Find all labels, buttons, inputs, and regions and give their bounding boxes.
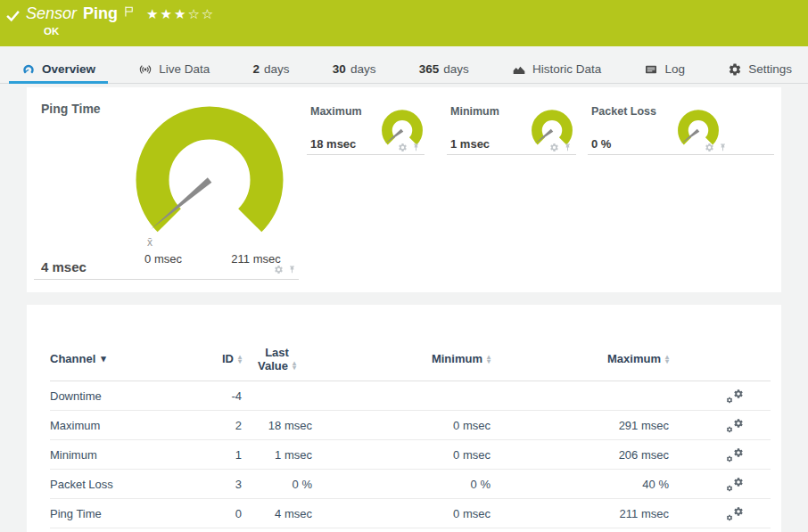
gauge-scale-min: 0 msec [144,252,182,266]
tab-historic-data-label: Historic Data [532,62,601,76]
gauge-scale-max: 211 msec [231,252,281,266]
channel-id: 0 [215,507,242,520]
channel-last-value: 4 msec [242,507,312,520]
table-row-downtime: Downtime -4 [50,381,771,411]
channel-id: 3 [215,478,242,491]
gear-icon [728,62,742,77]
tab-overview-label: Overview [42,62,95,76]
gauges-panel: Ping Time x̄ 0 msec 211 msec 4 msec Maxi… [27,87,781,292]
channel-last-value: 18 msec [242,419,312,432]
tab-settings-label: Settings [748,62,792,76]
object-kind-label: Sensor [26,4,77,23]
channel-maximum: 40 % [491,478,669,491]
stars-empty: ☆☆ [187,6,215,21]
channels-table-panel: Channel ▾ ID ▴▾ Last Value ▴▾ Minimum ▴▾… [27,305,781,532]
sort-arrows-icon: ▴▾ [293,361,296,370]
sensor-status-bar: Sensor Ping ★★★☆☆ OK [0,0,808,46]
gauge-title: Ping Time [41,102,101,116]
sort-caret-down-icon: ▾ [101,353,106,364]
tab-2-days-unit: days [264,62,290,76]
tab-overview[interactable]: Overview [9,55,108,83]
sort-arrows-icon: ▴▾ [665,355,669,364]
tab-30-days-number: 30 [333,62,346,76]
table-row-minimum: Minimum 1 1 msec 0 msec 206 msec [50,440,771,470]
channel-minimum: 0 msec [312,448,491,462]
channel-maximum: 291 msec [491,419,669,432]
tab-settings[interactable]: Settings [715,55,804,83]
column-header-maximum[interactable]: Maximum ▴▾ [491,352,669,365]
pin-icon[interactable] [718,143,728,152]
channel-id: 1 [215,448,242,462]
channel-minimum: 0 msec [312,419,491,432]
channel-settings-gears-icon[interactable] [726,447,744,462]
channel-settings-gears-icon[interactable] [726,506,744,521]
table-header-row: Channel ▾ ID ▴▾ Last Value ▴▾ Minimum ▴▾… [50,337,771,381]
channel-settings-gears-icon[interactable] [726,389,744,404]
maximum-value: 18 msec [310,137,356,151]
channel-name: Ping Time [50,507,215,520]
ok-check-icon [5,8,21,23]
channel-name: Packet Loss [50,478,215,491]
channel-name: Downtime [50,389,215,403]
flag-icon[interactable] [123,5,136,18]
ping-time-gauge-tile: Ping Time x̄ 0 msec 211 msec 4 msec [34,94,299,280]
channel-minimum: 0 % [312,478,491,491]
channel-name: Minimum [50,448,215,462]
tab-bar: Overview Live Data 2 days 30 days 365 da… [0,55,808,84]
tab-30-days[interactable]: 30 days [320,55,389,83]
gauge-title: Maximum [310,105,362,118]
channel-minimum: 0 msec [312,507,491,520]
gauge-title: Minimum [450,105,499,118]
gear-icon[interactable] [274,265,284,274]
ping-time-gauge: x̄ 0 msec 211 msec [120,100,299,267]
priority-stars[interactable]: ★★★☆☆ [146,6,215,22]
column-header-channel[interactable]: Channel ▾ [50,352,215,365]
tab-log-label: Log [664,62,685,76]
column-header-last-value[interactable]: Last Value ▴▾ [242,346,312,372]
channel-name: Maximum [50,419,215,432]
tab-2-days[interactable]: 2 days [241,55,302,83]
live-signal-icon [138,62,153,77]
tab-historic-data[interactable]: Historic Data [499,55,614,83]
table-row-ping-time: Ping Time 0 4 msec 0 msec 211 msec [50,499,771,528]
minimum-value: 1 msec [450,137,490,151]
sensor-title: Ping [83,4,118,23]
packet-loss-value: 0 % [591,137,611,151]
channel-maximum: 206 msec [491,448,669,462]
channel-last-value: 1 msec [242,448,312,462]
chart-icon [512,62,526,77]
gear-icon[interactable] [705,143,714,152]
tab-live-data-label: Live Data [159,62,210,76]
tab-2-days-number: 2 [253,62,260,76]
packet-loss-gauge-tile: Packet Loss 0 % [588,103,774,155]
minimum-gauge-tile: Minimum 1 msec [447,103,576,155]
column-header-minimum[interactable]: Minimum ▴▾ [312,352,491,365]
log-list-icon [644,62,658,77]
pin-icon[interactable] [563,143,573,152]
channel-last-value: 0 % [242,478,312,491]
channel-maximum: 211 msec [491,507,669,520]
status-badge: OK [44,26,59,37]
tab-365-days-unit: days [443,62,469,76]
main-content: Ping Time x̄ 0 msec 211 msec 4 msec Maxi… [0,84,808,532]
gear-icon[interactable] [398,143,408,152]
tab-30-days-unit: days [350,62,376,76]
table-row-packet-loss: Packet Loss 3 0 % 0 % 40 % [50,470,771,499]
average-marker: x̄ [147,236,153,249]
pin-icon[interactable] [287,265,297,274]
gear-icon[interactable] [549,143,559,152]
pin-icon[interactable] [411,143,421,152]
channel-settings-gears-icon[interactable] [726,477,744,492]
channel-id: -4 [215,389,242,403]
channel-settings-gears-icon[interactable] [726,418,744,433]
tab-live-data[interactable]: Live Data [126,55,222,83]
maximum-gauge-tile: Maximum 18 msec [307,103,425,155]
gauge-icon [21,62,36,77]
channel-id: 2 [215,419,242,432]
tab-365-days[interactable]: 365 days [407,55,482,83]
tab-365-days-number: 365 [419,62,440,76]
stars-filled: ★★★ [146,6,187,21]
table-row-maximum: Maximum 2 18 msec 0 msec 291 msec [50,411,771,440]
column-header-id[interactable]: ID ▴▾ [215,352,242,365]
tab-log[interactable]: Log [631,55,697,83]
